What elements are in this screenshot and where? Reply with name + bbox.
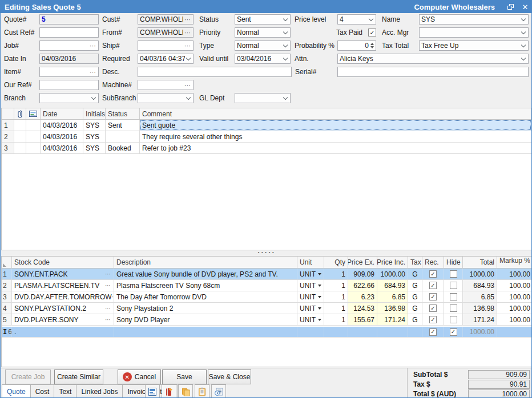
tax-cell[interactable]	[408, 327, 422, 337]
markup-column-header[interactable]: Markup %	[497, 257, 532, 268]
initials-column-header[interactable]: Initials	[83, 108, 106, 119]
desc-field[interactable]	[138, 67, 292, 77]
hide-checkbox[interactable]	[450, 316, 457, 323]
unit-cell[interactable]: UNIT	[297, 303, 324, 314]
name-select[interactable]: SYS	[419, 14, 529, 25]
items-corner-cell[interactable]	[2, 257, 12, 268]
comment-initials[interactable]: SYS	[83, 143, 106, 153]
rec-cell[interactable]: ✓	[422, 327, 444, 337]
spinner-arrows-icon[interactable]	[370, 43, 374, 48]
tab-text[interactable]: Text	[54, 384, 76, 398]
tax-cell[interactable]: G	[408, 291, 422, 302]
close-window-button[interactable]: ✕	[518, 1, 532, 13]
description-cell[interactable]	[114, 327, 297, 337]
rec-checkbox[interactable]: ✓	[429, 328, 437, 336]
rec-checkbox[interactable]: ✓	[429, 316, 437, 323]
qty-cell[interactable]: 1	[324, 303, 348, 314]
comment-status[interactable]: Booked	[106, 143, 140, 153]
note-column-header[interactable]	[26, 108, 41, 119]
price-ex-cell[interactable]: 155.67	[348, 314, 377, 325]
machine-no-field[interactable]: ⋯	[138, 80, 194, 90]
stock-code-cell[interactable]: SONY.ENT.PACK⋯	[12, 269, 114, 279]
priority-select[interactable]: Normal	[235, 27, 291, 38]
item-row[interactable]: 4 SONY.PLAYSTATION.2⋯ Sony Playstation 2…	[2, 303, 531, 314]
item-row[interactable]: 3 DVD.DAY.AFTER.TOMORROW⋯ The Day After …	[2, 291, 531, 303]
comment-date[interactable]: 04/03/2016	[41, 131, 83, 142]
ellipsis-icon[interactable]: ⋯	[183, 30, 191, 35]
ellipsis-icon[interactable]: ⋯	[183, 82, 191, 88]
rec-checkbox[interactable]: ✓	[429, 293, 437, 300]
total-cell[interactable]: 136.98	[463, 303, 497, 314]
splitter-handle[interactable]: ·····	[1, 250, 532, 256]
stock-code-column-header[interactable]: Stock Code	[12, 257, 114, 268]
stock-code-cell[interactable]: SONY.PLAYSTATION.2⋯	[12, 303, 114, 314]
stock-code-cell[interactable]: DVD.PLAYER.SONY⋯	[12, 314, 114, 325]
hide-column-header[interactable]: Hide	[444, 257, 463, 268]
create-similar-button[interactable]: Create Similar	[54, 369, 103, 384]
stock-code-cell[interactable]: DVD.DAY.AFTER.TOMORROW⋯	[12, 291, 114, 302]
quote-no-field[interactable]: 5	[39, 14, 99, 25]
ellipsis-icon[interactable]: ⋯	[183, 43, 191, 48]
gl-dept-select[interactable]	[235, 93, 291, 103]
rec-cell[interactable]: ✓	[422, 291, 444, 302]
stock-code-cell[interactable]: PLASMA.FLATSCREEN.TV⋯	[12, 280, 114, 291]
item-row[interactable]: 2 PLASMA.FLATSCREEN.TV⋯ Plasma Flatscree…	[2, 280, 531, 291]
total-cell[interactable]: 171.24	[463, 314, 497, 325]
hide-checkbox[interactable]	[450, 282, 457, 289]
price-ex-column-header[interactable]: Price Ex.	[348, 257, 377, 268]
markup-cell[interactable]: 100.00	[497, 314, 532, 325]
comment-date[interactable]: 04/03/2016	[41, 143, 83, 153]
item-no-field[interactable]: ⋯	[39, 67, 99, 77]
book-button[interactable]	[162, 384, 176, 398]
from-no-field[interactable]: COMP.WHOLE⋯	[138, 27, 194, 38]
qty-cell[interactable]: 1	[324, 280, 348, 291]
comment-row[interactable]: 2 04/03/2016 SYS They require several ot…	[2, 131, 531, 143]
tax-column-header[interactable]: Tax	[408, 257, 422, 268]
tax-cell[interactable]: G	[408, 269, 422, 279]
comment-date[interactable]: 04/03/2016	[41, 120, 83, 131]
unit-cell[interactable]: UNIT	[297, 291, 324, 302]
rec-cell[interactable]: ✓	[422, 314, 444, 325]
comment-status[interactable]: Sent	[106, 120, 140, 131]
create-job-button[interactable]: Create Job	[5, 369, 51, 384]
description-cell[interactable]: Sony DVD Player	[114, 314, 297, 325]
date-in-field[interactable]: 04/03/2016	[39, 54, 99, 64]
price-level-select[interactable]: 4	[337, 14, 376, 25]
comment-row[interactable]: 1 04/03/2016 SYS Sent Sent quote	[2, 120, 531, 131]
acc-mgr-select[interactable]	[419, 27, 529, 38]
unit-cell[interactable]: UNIT	[297, 269, 324, 279]
item-row-selected[interactable]: 1 SONY.ENT.PACK⋯ Great value Sony bundle…	[2, 269, 531, 280]
ellipsis-icon[interactable]: ⋯	[105, 269, 111, 279]
ellipsis-icon[interactable]: ⋯	[183, 17, 191, 22]
cancel-button[interactable]: ✕Cancel	[118, 369, 161, 384]
tab-cost[interactable]: Cost	[30, 384, 55, 398]
hide-cell[interactable]	[444, 291, 463, 302]
branch-select[interactable]	[39, 93, 99, 103]
total-cell[interactable]: 6.85	[463, 291, 497, 302]
ellipsis-icon[interactable]: ⋯	[105, 315, 111, 325]
qty-cell[interactable]: 1	[324, 291, 348, 302]
report-button[interactable]	[145, 384, 160, 398]
qty-cell[interactable]	[324, 327, 348, 337]
comment-text-selected[interactable]: Sent quote	[140, 120, 531, 131]
hide-cell[interactable]: ✓	[444, 327, 463, 337]
description-cell[interactable]: The Day After Tomorrow DVD	[114, 291, 297, 302]
tab-linked-jobs[interactable]: Linked Jobs	[76, 384, 123, 398]
markup-cell[interactable]: 100.00	[497, 291, 532, 302]
serial-no-field[interactable]	[337, 67, 529, 77]
price-inc-cell[interactable]: 171.24	[377, 314, 408, 325]
comment-initials[interactable]: SYS	[83, 131, 106, 142]
qty-cell[interactable]: 1	[324, 314, 348, 325]
valid-until-select[interactable]: 03/04/2016	[235, 54, 291, 64]
description-cell[interactable]: Great value Sony bundle of DVD player, P…	[114, 269, 297, 279]
comment-column-header[interactable]: Comment	[140, 108, 531, 119]
cust-no-field[interactable]: COMP.WHOLE⋯	[138, 14, 194, 25]
rec-checkbox[interactable]: ✓	[429, 304, 437, 312]
description-column-header[interactable]: Description	[114, 257, 297, 268]
price-ex-cell[interactable]	[348, 327, 377, 337]
unit-cell[interactable]: UNIT	[297, 314, 324, 325]
tab-quote[interactable]: Quote	[2, 384, 31, 398]
total-column-header[interactable]: Total	[463, 257, 497, 268]
restore-window-button[interactable]	[503, 1, 518, 13]
item-row-new[interactable]: I6 . ✓ ✓ 1000.00	[2, 327, 531, 338]
